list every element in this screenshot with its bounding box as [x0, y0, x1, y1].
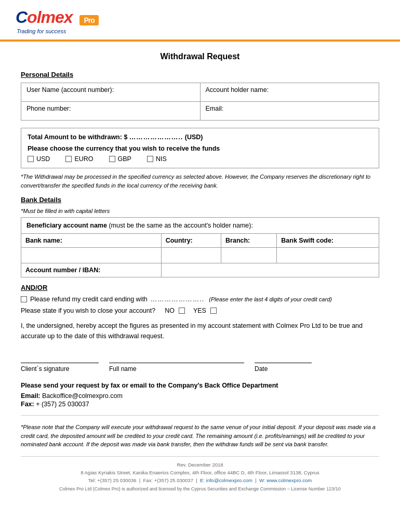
full-name-label: Full name	[109, 365, 244, 373]
date-block: Date	[255, 354, 312, 373]
nis-label: NIS	[156, 155, 167, 163]
currency-euro: EURO	[65, 155, 93, 163]
footer-small: Rev. December 2018 8 Agias Kyriakis Stre…	[21, 456, 379, 485]
close-account-line: Please state if you wish to close your a…	[21, 307, 379, 314]
email-label: Email:	[200, 102, 379, 121]
yes-checkbox[interactable]	[210, 308, 217, 314]
amount-box: Total Amount to be withdrawn: $ ………………….…	[21, 128, 379, 168]
personal-details-title: Personal Details	[21, 71, 379, 78]
footer-website: W: www.colmexpro.com	[259, 477, 312, 483]
footer-contacts: Tel: +(357) 25 030036 | Fax: +(357) 25 0…	[21, 476, 379, 484]
refund-dots: …………………..	[151, 296, 204, 303]
logo-container: Colmex Pro Trading for success	[16, 8, 384, 34]
gbp-label: GBP	[118, 155, 131, 163]
currency-label: Please choose the currency that you wish…	[28, 145, 372, 152]
logo-c-letter: C	[16, 8, 27, 26]
logo-tagline: Trading for success	[17, 28, 99, 34]
country-value	[161, 248, 221, 263]
logo-colmex: Colmex Pro Trading for success	[16, 8, 99, 34]
bank-header-row: Bank name: Country: Branch: Bank Swift c…	[21, 234, 379, 248]
full-name-line	[109, 354, 244, 363]
logo-pro-badge: Pro	[79, 15, 98, 25]
currency-nis: NIS	[147, 155, 167, 163]
beneficiary-cell: Beneficiary account name (must be the sa…	[21, 218, 379, 234]
amount-line: Total Amount to be withdrawn: $ ………………….…	[28, 134, 372, 141]
beneficiary-note: (must be the same as the account's holde…	[109, 222, 253, 229]
fax-value: + (357) 25 030037	[36, 401, 89, 408]
amount-dots: …………………..	[129, 134, 183, 141]
beneficiary-label: Beneficiary account name	[26, 222, 107, 229]
swift-value	[277, 248, 379, 263]
no-checkbox[interactable]	[179, 308, 185, 314]
send-request-text: Please send your request by fax or email…	[21, 382, 379, 389]
logo-olmex: olmex	[27, 8, 72, 26]
country-header: Country:	[161, 234, 221, 248]
iban-value	[161, 263, 379, 277]
rev-label: Rev. December 2018	[177, 462, 223, 468]
currency-disclaimer: *The Withdrawal may be processed in the …	[21, 172, 379, 190]
footer-email: E: info@colmexpro.com	[200, 477, 252, 483]
table-row: Phone number: Email:	[21, 102, 379, 121]
date-line	[255, 354, 312, 363]
table-row: User Name (account number): Account hold…	[21, 83, 379, 102]
euro-label: EURO	[74, 155, 93, 163]
no-label: NO	[165, 307, 175, 314]
account-holder-label: Account holder name:	[200, 83, 379, 102]
footer-tel: Tel: +(357) 25 030036	[88, 477, 137, 483]
client-signature-block: Client`s signature	[21, 354, 99, 373]
signature-section: Client`s signature Full name Date	[21, 354, 379, 373]
full-name-block: Full name	[109, 354, 244, 373]
currency-options: USD EURO GBP NIS	[28, 155, 372, 163]
divider	[21, 415, 379, 416]
branch-value	[221, 248, 277, 263]
footer-note: *Please note that the Company will execu…	[21, 423, 379, 449]
email-value: Backoffice@colmexpro.com	[42, 392, 123, 400]
beneficiary-row: Beneficiary account name (must be the sa…	[21, 218, 379, 234]
contact-email-line: Email: Backoffice@colmexpro.com	[21, 392, 379, 400]
footer-address: 8 Agias Kyriakis Street, Kanika Enaerios…	[21, 469, 379, 476]
currency-gbp: GBP	[109, 155, 131, 163]
header: Colmex Pro Trading for success	[0, 0, 400, 42]
refund-note: (Please enter the last 4 digits of your …	[207, 296, 332, 302]
nis-checkbox[interactable]	[147, 156, 153, 162]
euro-checkbox[interactable]	[65, 156, 72, 162]
branch-header: Branch:	[221, 234, 277, 248]
phone-label: Phone number:	[21, 102, 201, 121]
footer-fax: Fax: +(357) 25 030037	[143, 477, 193, 483]
refund-text: Please refund my credit card ending with	[30, 296, 148, 303]
refund-line: Please refund my credit card ending with…	[21, 296, 379, 303]
bank-name-value	[21, 248, 162, 263]
amount-label: Total Amount to be withdrawn: $	[28, 134, 127, 141]
iban-label: Account number / IBAN:	[21, 263, 162, 277]
footer-rev: Rev. December 2018	[21, 461, 379, 469]
usd-label: USD	[36, 155, 50, 163]
bank-name-header: Bank name:	[21, 234, 162, 248]
username-label: User Name (account number):	[21, 83, 201, 102]
acceptance-text: I, the undersigned, hereby accept the fi…	[21, 321, 379, 341]
gbp-checkbox[interactable]	[109, 156, 115, 162]
must-caps-note: *Must be filled in with capital letters	[21, 208, 379, 214]
fax-label: Fax:	[21, 401, 34, 408]
client-sig-label: Client`s signature	[21, 365, 99, 373]
iban-row: Account number / IBAN:	[21, 263, 379, 277]
email-label: Email:	[21, 392, 41, 400]
client-sig-line	[21, 354, 99, 363]
page-title: Withdrawal Request	[21, 52, 379, 61]
main-content: Withdrawal Request Personal Details User…	[0, 42, 400, 507]
bank-data-row	[21, 248, 379, 263]
usd-checkbox[interactable]	[28, 156, 34, 162]
amount-currency: (USD)	[185, 134, 203, 141]
currency-usd: USD	[28, 155, 50, 163]
footer-legal: Colmex Pro Ltd (Colmex Pro) is authorize…	[21, 486, 379, 497]
refund-checkbox[interactable]	[21, 296, 27, 302]
bank-details-table: Beneficiary account name (must be the sa…	[21, 217, 379, 277]
yes-label: YES	[193, 307, 206, 314]
swift-header: Bank Swift code:	[277, 234, 379, 248]
andor-title: AND/OR	[21, 284, 379, 291]
bank-details-title: Bank Details	[21, 196, 379, 204]
contact-fax-line: Fax: + (357) 25 030037	[21, 401, 379, 408]
date-label: Date	[255, 365, 312, 373]
personal-details-table: User Name (account number): Account hold…	[21, 83, 379, 121]
address-text: 8 Agias Kyriakis Street, Kanika Enaerios…	[81, 470, 319, 475]
close-account-label: Please state if you wish to close your a…	[21, 307, 155, 314]
